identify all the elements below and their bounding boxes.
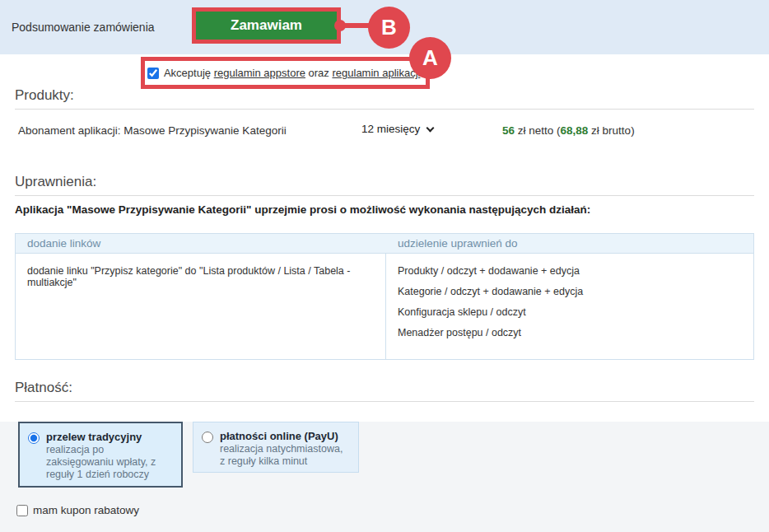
permissions-intro: Aplikacja "Masowe Przypisywanie Kategori… bbox=[15, 203, 754, 216]
col-header-links: dodanie linków bbox=[16, 234, 386, 253]
right-item: Menadżer postępu / odczyt bbox=[398, 327, 742, 338]
appstore-terms-link[interactable]: regulamin appstore bbox=[214, 67, 305, 79]
product-name: Abonament aplikacji: Masowe Przypisywani… bbox=[18, 124, 287, 137]
price-gross-suffix: zł brutto) bbox=[588, 124, 634, 137]
product-price: 56 zł netto (68,88 zł brutto) bbox=[502, 124, 635, 137]
right-item: Kategorie / odczyt + dodawanie + edycja bbox=[398, 286, 742, 297]
permissions-table: dodanie linków udzielenie uprawnień do d… bbox=[15, 233, 754, 360]
payu-radio[interactable] bbox=[202, 432, 213, 443]
payment-option-payu[interactable]: płatności online (PayU) realizacja natyc… bbox=[193, 422, 359, 473]
price-gross: 68,88 bbox=[561, 124, 589, 137]
price-net: 56 bbox=[502, 124, 515, 137]
payment-option-desc: realizacja po zaksięgowaniu wpłaty, z re… bbox=[46, 444, 173, 481]
duration-select[interactable]: 12 miesięcy bbox=[361, 123, 433, 135]
right-item: Produkty / odczyt + dodawanie + edycja bbox=[398, 265, 742, 277]
col-header-rights: udzielenie uprawnień do bbox=[386, 234, 753, 253]
callout-b-badge: B bbox=[368, 7, 410, 49]
rights-cell: Produkty / odczyt + dodawanie + edycja K… bbox=[386, 254, 753, 359]
coupon-label: mam kupon rabatowy bbox=[33, 504, 139, 516]
bank-transfer-radio[interactable] bbox=[28, 432, 40, 444]
terms-highlight-rect: Akceptuję regulamin appstore oraz regula… bbox=[141, 57, 430, 89]
order-button[interactable]: Zamawiam bbox=[196, 12, 337, 40]
products-heading: Produkty: bbox=[15, 87, 754, 110]
terms-label: Akceptuję regulamin appstore oraz regula… bbox=[164, 67, 423, 79]
payment-option-bank-transfer[interactable]: przelew tradycyjny realizacja po zaksięg… bbox=[18, 422, 183, 488]
chevron-down-icon bbox=[426, 124, 435, 132]
callout-a-badge: A bbox=[409, 37, 451, 79]
duration-selected-value: 12 miesięcy bbox=[361, 123, 420, 135]
payment-strip: przelew tradycyjny realizacja po zaksięg… bbox=[0, 422, 769, 532]
permissions-table-row: dodanie linku "Przypisz kategorie" do "L… bbox=[16, 254, 753, 359]
payment-heading: Płatność: bbox=[15, 380, 754, 402]
app-terms-link[interactable]: regulamin aplikacji bbox=[332, 67, 420, 79]
payment-option-title: płatności online (PayU) bbox=[220, 430, 350, 442]
terms-prefix: Akceptuję bbox=[164, 67, 214, 79]
price-net-suffix: zł netto ( bbox=[515, 124, 561, 137]
permissions-heading: Uprawnienia: bbox=[15, 174, 754, 196]
payment-option-desc: realizacja natychmiastowa, z reguły kilk… bbox=[220, 443, 350, 468]
coupon-checkbox[interactable] bbox=[16, 505, 28, 516]
right-item: Konfiguracja sklepu / odczyt bbox=[398, 306, 742, 318]
permissions-table-header: dodanie linków udzielenie uprawnień do bbox=[16, 234, 753, 254]
payment-option-title: przelew tradycyjny bbox=[46, 431, 173, 443]
link-permission-cell: dodanie linku "Przypisz kategorie" do "L… bbox=[16, 254, 386, 359]
terms-checkbox[interactable] bbox=[147, 68, 159, 79]
page-title: Podsumowanie zamówienia bbox=[12, 21, 155, 34]
terms-middle: oraz bbox=[305, 67, 333, 79]
